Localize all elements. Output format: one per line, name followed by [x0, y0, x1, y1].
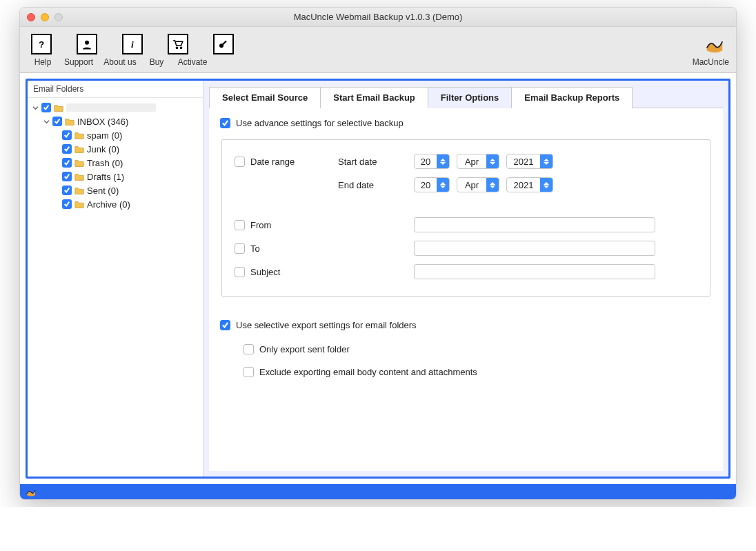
tree-inbox-row[interactable]: INBOX (346) [32, 114, 199, 128]
checkbox-icon[interactable] [62, 172, 72, 181]
app-window: MacUncle Webmail Backup v1.0.3 (Demo) ? … [19, 7, 737, 500]
tree-item[interactable]: spam (0) [32, 128, 199, 142]
exclude-body-label: Exclude exporting email body content and… [259, 367, 477, 377]
tree-root-row[interactable] [32, 101, 199, 114]
start-month-select[interactable]: Apr [457, 154, 499, 169]
status-bar [20, 484, 736, 499]
tree-item[interactable]: Archive (0) [32, 197, 199, 211]
chevron-down-icon[interactable] [43, 118, 50, 125]
checkbox-icon[interactable] [62, 144, 72, 154]
to-checkbox[interactable] [235, 243, 245, 254]
help-label: Help [27, 57, 59, 67]
exclude-body-checkbox[interactable] [243, 367, 254, 377]
tree-item-label: Sent (0) [87, 186, 119, 196]
toolbar-labels: Help Support About us Buy Activate MacUn… [20, 57, 736, 73]
from-label: From [250, 220, 271, 230]
support-label: Support [59, 57, 99, 67]
folder-icon [74, 200, 84, 208]
support-icon [77, 34, 97, 54]
about-label: About us [99, 57, 141, 67]
from-checkbox[interactable] [235, 220, 245, 230]
to-input[interactable] [414, 241, 655, 256]
only-sent-label: Only export sent folder [259, 344, 350, 354]
key-icon [213, 34, 234, 54]
subject-checkbox[interactable] [235, 267, 245, 277]
brand-mini-icon [26, 486, 37, 497]
tab-select-source[interactable]: Select Email Source [209, 87, 321, 108]
tree-item-label: INBOX (346) [77, 117, 128, 127]
end-date-label: End date [338, 180, 414, 190]
start-day-select[interactable]: 20 [414, 154, 450, 169]
tab-filter-options[interactable]: Filter Options [428, 87, 513, 108]
main-panel: Select Email Source Start Email Backup F… [203, 81, 728, 477]
stepper-icon [540, 178, 553, 192]
titlebar: MacUncle Webmail Backup v1.0.3 (Demo) [20, 8, 736, 27]
brand-area [704, 34, 729, 54]
end-date-selects: 20 Apr 2021 [414, 177, 697, 192]
from-input[interactable] [414, 217, 655, 232]
chevron-down-icon[interactable] [32, 104, 39, 111]
activate-button[interactable] [209, 34, 238, 54]
checkbox-icon[interactable] [41, 103, 51, 112]
tree-item[interactable]: Junk (0) [32, 142, 199, 156]
stepper-icon [437, 178, 449, 192]
folder-icon [74, 172, 84, 181]
checkbox-icon[interactable] [62, 186, 72, 195]
svg-text:?: ? [39, 39, 44, 50]
folder-icon [74, 131, 84, 139]
date-range-label: Date range [250, 157, 295, 167]
tree-item[interactable]: Trash (0) [32, 156, 199, 170]
end-month-select[interactable]: Apr [457, 177, 499, 192]
folder-icon [74, 186, 84, 194]
tab-start-backup[interactable]: Start Email Backup [321, 87, 428, 108]
advance-settings-checkbox[interactable] [220, 118, 230, 128]
svg-rect-6 [222, 41, 227, 46]
subject-input[interactable] [414, 264, 655, 279]
tab-backup-reports[interactable]: Email Backup Reports [512, 87, 633, 108]
folder-icon [74, 145, 84, 153]
info-icon: i [122, 34, 143, 54]
brand-icon [704, 34, 725, 54]
svg-point-1 [85, 41, 89, 45]
activate-label: Activate [172, 57, 213, 67]
tabs: Select Email Source Start Email Backup F… [203, 81, 728, 108]
exclude-body-row: Exclude exporting email body content and… [220, 367, 712, 377]
selective-export-row: Use selective export settings for email … [220, 320, 712, 330]
filter-tab-body: Use advance settings for selective backu… [209, 108, 723, 471]
toolbar: ? i [20, 27, 736, 57]
tree-item[interactable]: Drafts (1) [32, 170, 199, 183]
content: Email Folders [20, 73, 736, 484]
svg-point-4 [180, 47, 181, 48]
folder-icon [74, 159, 84, 167]
end-year-select[interactable]: 2021 [506, 177, 553, 192]
support-button[interactable] [72, 34, 101, 54]
checkbox-icon[interactable] [62, 130, 72, 140]
stepper-icon [486, 178, 499, 192]
help-button[interactable]: ? [27, 34, 56, 54]
sidebar: Email Folders [28, 81, 203, 477]
start-year-select[interactable]: 2021 [506, 154, 553, 169]
date-range-checkbox[interactable] [235, 157, 245, 167]
svg-point-3 [176, 47, 177, 48]
about-button[interactable]: i [118, 34, 147, 54]
tree-item-label: Archive (0) [87, 199, 130, 210]
folder-icon [65, 117, 74, 126]
selective-export-checkbox[interactable] [220, 320, 230, 330]
advance-settings-row: Use advance settings for selective backu… [220, 118, 712, 128]
end-day-select[interactable]: 20 [414, 177, 450, 192]
tree-item-label: spam (0) [87, 130, 122, 141]
tree-item-label: Drafts (1) [87, 172, 124, 182]
only-sent-checkbox[interactable] [243, 344, 254, 354]
stepper-icon [540, 154, 553, 168]
checkbox-icon[interactable] [62, 199, 72, 209]
question-icon: ? [31, 34, 52, 54]
tree-item[interactable]: Sent (0) [32, 183, 199, 197]
checkbox-icon[interactable] [62, 158, 72, 168]
only-sent-row: Only export sent folder [220, 344, 712, 354]
buy-button[interactable] [163, 34, 192, 54]
checkbox-icon[interactable] [52, 117, 62, 126]
advance-settings-label: Use advance settings for selective backu… [236, 118, 404, 128]
start-date-label: Start date [338, 157, 414, 167]
stepper-icon [486, 154, 499, 168]
stepper-icon [437, 154, 449, 168]
